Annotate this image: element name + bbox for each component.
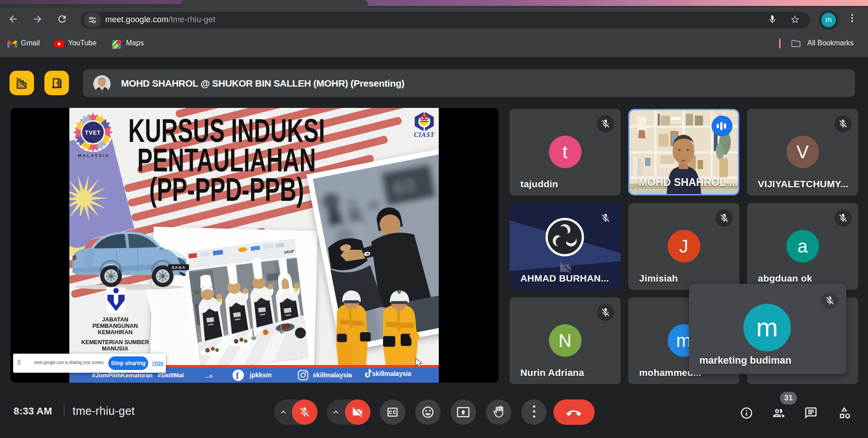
svg-text:CIAST: CIAST: [414, 131, 435, 138]
svg-text:63: 63: [391, 175, 417, 199]
svg-text:SAGA: SAGA: [172, 265, 186, 270]
svg-text:TVET: TVET: [85, 130, 101, 136]
